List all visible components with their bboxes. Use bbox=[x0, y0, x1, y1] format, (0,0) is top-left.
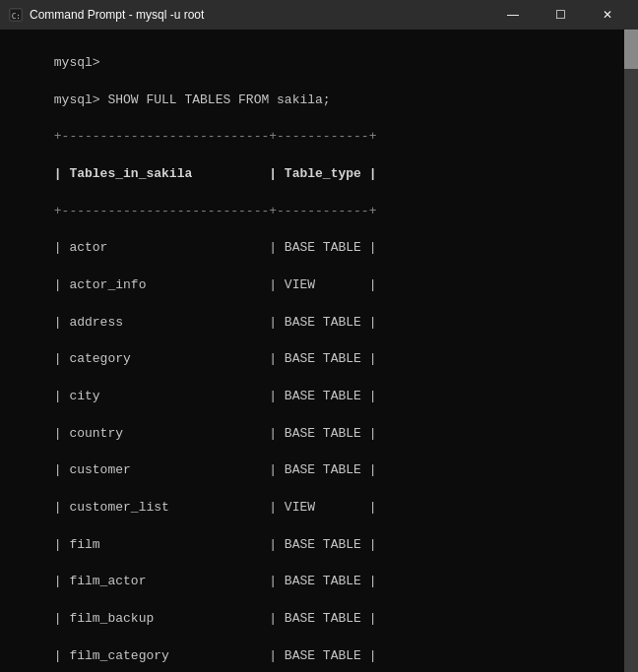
maximize-button[interactable]: ☐ bbox=[538, 0, 583, 30]
scrollbar-thumb[interactable] bbox=[624, 30, 638, 69]
row-actor: | actor | BASE TABLE | bbox=[54, 240, 377, 255]
minimize-button[interactable]: — bbox=[490, 0, 536, 30]
window-controls: — ☐ ✕ bbox=[490, 0, 630, 30]
title-bar: C: Command Prompt - mysql -u root — ☐ ✕ bbox=[0, 0, 638, 30]
prompt-line-1: mysql> bbox=[54, 55, 108, 70]
close-button[interactable]: ✕ bbox=[585, 0, 630, 30]
scrollbar-track[interactable] bbox=[624, 30, 638, 672]
row-film-actor: | film_actor | BASE TABLE | bbox=[54, 574, 377, 588]
window-icon: C: bbox=[8, 7, 24, 23]
svg-text:C:: C: bbox=[12, 12, 21, 21]
window: C: Command Prompt - mysql -u root — ☐ ✕ … bbox=[0, 0, 638, 672]
row-film: | film | BASE TABLE | bbox=[54, 537, 377, 552]
row-city: | city | BASE TABLE | bbox=[54, 389, 377, 403]
row-film-category: | film_category | BASE TABLE | bbox=[54, 648, 377, 663]
terminal-content: mysql> mysql> SHOW FULL TABLES FROM saki… bbox=[8, 35, 630, 672]
table-header: | Tables_in_sakila | Table_type | bbox=[54, 166, 377, 181]
row-film-backup: | film_backup | BASE TABLE | bbox=[54, 611, 377, 626]
window-title: Command Prompt - mysql -u root bbox=[30, 8, 490, 22]
row-address: | address | BASE TABLE | bbox=[54, 315, 377, 330]
row-customer: | customer | BASE TABLE | bbox=[54, 462, 377, 477]
row-customer-list: | customer_list | VIEW | bbox=[54, 500, 377, 515]
command-line: mysql> SHOW FULL TABLES FROM sakila; bbox=[54, 92, 331, 107]
row-actor-info: | actor_info | VIEW | bbox=[54, 277, 377, 292]
border-mid: +---------------------------+-----------… bbox=[54, 204, 377, 218]
row-category: | category | BASE TABLE | bbox=[54, 351, 377, 366]
border-top: +---------------------------+-----------… bbox=[54, 129, 377, 144]
row-country: | country | BASE TABLE | bbox=[54, 426, 377, 441]
terminal-body[interactable]: mysql> mysql> SHOW FULL TABLES FROM saki… bbox=[0, 30, 638, 672]
